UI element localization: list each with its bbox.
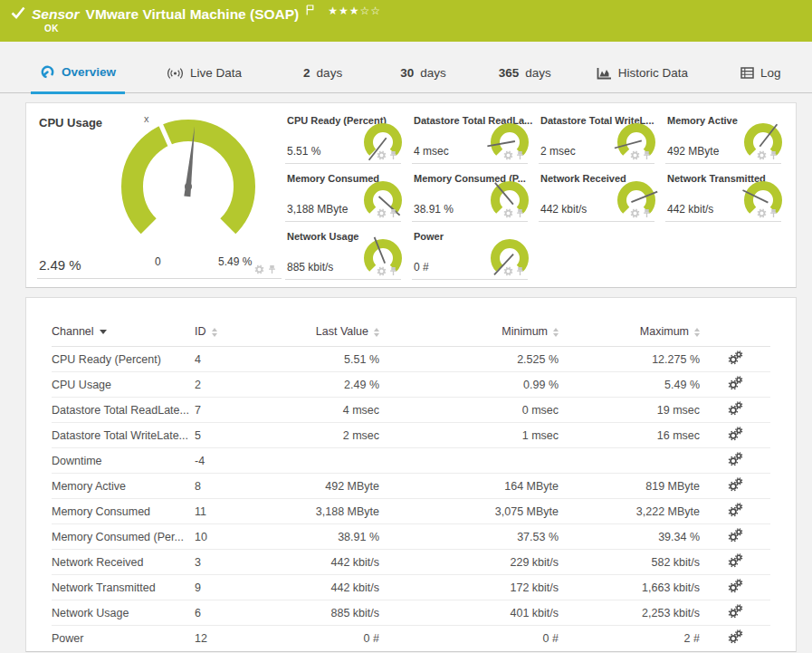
cell-id: 12 xyxy=(195,626,276,651)
divider xyxy=(285,279,401,280)
channel-settings-button[interactable] xyxy=(728,503,743,520)
cell-channel[interactable]: Datastore Total WriteLate... xyxy=(52,423,195,448)
cell-minimum: 401 kbit/s xyxy=(379,600,559,626)
gear-icon[interactable] xyxy=(630,208,640,218)
column-label: Last Value xyxy=(316,325,368,338)
cell-last-value: 442 kbit/s xyxy=(276,550,379,575)
tab-label: Log xyxy=(760,66,781,80)
gauge-current-value: 4 msec xyxy=(414,145,449,158)
cell-channel[interactable]: Memory Consumed xyxy=(52,499,195,524)
channel-settings-button[interactable] xyxy=(728,452,743,469)
gauge-tile-network-received[interactable]: Network Received 442 kbit/s xyxy=(537,167,664,225)
pin-icon[interactable] xyxy=(643,150,651,160)
cell-minimum: 3,075 MByte xyxy=(379,499,559,524)
gear-icon[interactable] xyxy=(254,264,264,274)
gauge-tile-memory-consumed[interactable]: Memory Consumed 3,188 MByte xyxy=(283,167,410,225)
divider xyxy=(665,221,781,222)
cell-last-value: 442 kbit/s xyxy=(276,575,379,600)
channel-settings-button[interactable] xyxy=(728,528,743,545)
gauge-tile-network-transmitted[interactable]: Network Transmitted 442 kbit/s xyxy=(664,167,790,225)
pin-icon[interactable] xyxy=(769,208,778,218)
tab-historic-data[interactable]: Historic Data xyxy=(588,66,697,94)
sensor-status-bar: Sensor VMware Virtual Machine (SOAP) ★★★… xyxy=(0,0,812,42)
gear-icon[interactable] xyxy=(377,266,387,276)
cell-channel[interactable]: Memory Active xyxy=(52,474,195,499)
cell-channel[interactable]: Network Transmitted xyxy=(52,575,195,600)
gear-icon[interactable] xyxy=(757,208,767,218)
cell-channel[interactable]: Downtime xyxy=(52,448,195,474)
cell-channel[interactable]: CPU Usage xyxy=(52,372,195,398)
channel-settings-button[interactable] xyxy=(728,477,743,495)
gauge-current-value: 885 kbit/s xyxy=(287,261,333,274)
column-header-minimum[interactable]: Minimum xyxy=(379,325,559,347)
pin-icon[interactable] xyxy=(389,208,397,218)
tab-365-days[interactable]: 365 days xyxy=(490,66,560,94)
cell-id: 11 xyxy=(195,499,276,524)
column-header-maximum[interactable]: Maximum xyxy=(559,325,700,347)
gear-icon[interactable] xyxy=(503,150,513,160)
table-row-datastore-total-readlate: Datastore Total ReadLate...74 msec0 msec… xyxy=(52,398,770,423)
gear-icon[interactable] xyxy=(630,150,640,160)
sort-icon xyxy=(212,328,217,337)
table-row-downtime: Downtime-4 xyxy=(52,448,770,474)
tab-live-data[interactable]: Live Data xyxy=(158,66,251,94)
cell-channel[interactable]: Network Received xyxy=(52,550,195,575)
cell-channel[interactable]: Datastore Total ReadLate... xyxy=(52,398,195,423)
channel-settings-button[interactable] xyxy=(728,579,743,596)
table-row-network-usage: Network Usage6885 kbit/s401 kbit/s2,253 … xyxy=(52,600,770,626)
column-header-channel[interactable]: Channel xyxy=(52,325,195,347)
column-header-last-value[interactable]: Last Value xyxy=(276,325,379,347)
tab-2-days[interactable]: 2 days xyxy=(294,66,351,94)
channel-settings-button[interactable] xyxy=(728,376,743,393)
cell-channel[interactable]: Network Usage xyxy=(52,600,195,626)
tab-number: 2 xyxy=(303,66,310,80)
gear-icon[interactable] xyxy=(503,266,513,276)
cell-maximum: 582 kbit/s xyxy=(559,550,700,575)
channel-settings-button[interactable] xyxy=(728,401,743,418)
divider xyxy=(37,278,282,279)
pin-icon[interactable] xyxy=(389,150,397,160)
flag-icon[interactable] xyxy=(306,5,314,15)
pin-icon[interactable] xyxy=(643,208,651,218)
pin-icon[interactable] xyxy=(516,208,524,218)
divider xyxy=(412,221,528,222)
cell-maximum xyxy=(559,448,700,474)
gauge-tile-datastore-total-writel[interactable]: Datastore Total WriteL... 2 msec xyxy=(537,109,664,167)
gauge-tile-cpu-ready-percent[interactable]: CPU Ready (Percent) 5.51 % xyxy=(283,109,410,167)
gauge-tile-datastore-total-readla[interactable]: Datastore Total ReadLa... 4 msec xyxy=(410,109,537,167)
gauge-tile-network-usage[interactable]: Network Usage 885 kbit/s xyxy=(283,225,410,283)
channel-settings-button[interactable] xyxy=(728,604,743,621)
channel-settings-button[interactable] xyxy=(728,427,743,444)
cell-id: 5 xyxy=(195,423,276,448)
tab-30-days[interactable]: 30 days xyxy=(391,66,455,94)
channel-settings-button[interactable] xyxy=(728,629,743,647)
cell-minimum: 0 msec xyxy=(379,398,559,423)
tab-overview[interactable]: Overview xyxy=(31,64,125,94)
pin-icon[interactable] xyxy=(516,150,524,160)
gear-icon[interactable] xyxy=(503,208,513,218)
channels-table: ChannelIDLast ValueMinimumMaximum CPU Re… xyxy=(52,325,770,650)
gear-icon[interactable] xyxy=(377,208,387,218)
pin-icon[interactable] xyxy=(769,150,778,160)
gear-icon[interactable] xyxy=(377,150,387,160)
gauge-current-value: 0 # xyxy=(414,261,429,274)
gauge-tile-memory-consumed-p[interactable]: Memory Consumed (P... 38.91 % xyxy=(410,167,537,225)
pin-icon[interactable] xyxy=(516,266,524,276)
column-label: ID xyxy=(195,325,206,338)
gauge-tile-memory-active[interactable]: Memory Active 492 MByte xyxy=(664,109,790,167)
cell-channel[interactable]: Power xyxy=(52,626,195,651)
channel-settings-button[interactable] xyxy=(728,553,743,571)
cell-channel[interactable]: CPU Ready (Percent) xyxy=(52,347,195,372)
gear-icon[interactable] xyxy=(757,150,767,160)
gauge-tile-power[interactable]: Power 0 # xyxy=(410,225,537,283)
pin-icon[interactable] xyxy=(268,264,276,274)
gauge-tile-cpu-usage[interactable]: CPU Usage x̄ 2.49 % 0 5.49 % xyxy=(32,109,283,282)
priority-stars[interactable]: ★★★☆☆ xyxy=(328,5,381,17)
cell-id: 9 xyxy=(195,575,276,600)
divider xyxy=(285,163,401,164)
channel-settings-button[interactable] xyxy=(728,351,743,368)
column-header-id[interactable]: ID xyxy=(195,325,276,347)
cell-channel[interactable]: Memory Consumed (Per... xyxy=(52,524,195,550)
tab-log[interactable]: Log xyxy=(731,66,790,94)
pin-icon[interactable] xyxy=(389,266,397,276)
